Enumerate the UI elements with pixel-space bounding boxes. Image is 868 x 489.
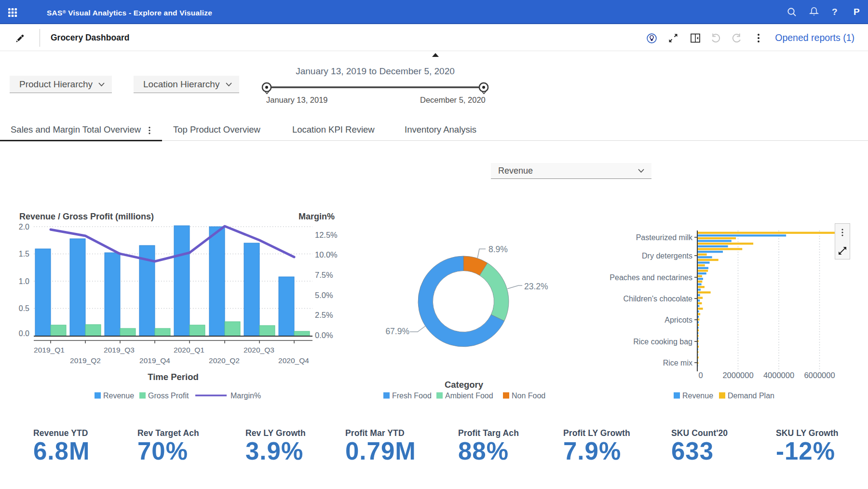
svg-text:10.0%: 10.0%	[315, 250, 338, 259]
svg-text:0: 0	[698, 371, 703, 380]
svg-text:Time Period: Time Period	[148, 372, 199, 382]
svg-text:2.0: 2.0	[19, 223, 29, 231]
svg-text:Peaches and nectarines: Peaches and nectarines	[610, 273, 692, 282]
svg-text:Non Food: Non Food	[512, 392, 545, 400]
svg-text:Rice cooking bag: Rice cooking bag	[633, 338, 692, 346]
svg-text:Rice mix: Rice mix	[663, 359, 692, 367]
svg-text:2020_Q3: 2020_Q3	[244, 346, 274, 354]
svg-text:7.5%: 7.5%	[315, 271, 333, 279]
svg-text:Apricots: Apricots	[665, 316, 692, 324]
svg-text:Margin%: Margin%	[231, 392, 261, 400]
svg-text:12.5%: 12.5%	[315, 231, 338, 239]
svg-text:2019_Q4: 2019_Q4	[139, 356, 170, 365]
svg-text:2020_Q1: 2020_Q1	[174, 346, 204, 354]
svg-text:67.9%: 67.9%	[385, 326, 409, 336]
svg-text:0.0: 0.0	[19, 329, 29, 338]
svg-text:6000000: 6000000	[804, 371, 835, 380]
svg-text:2.5%: 2.5%	[315, 311, 333, 319]
svg-text:Children's chocolate: Children's chocolate	[623, 295, 692, 303]
svg-text:Category: Category	[445, 380, 484, 390]
svg-text:Dry detergents: Dry detergents	[642, 252, 692, 260]
svg-text:2020_Q4: 2020_Q4	[278, 356, 309, 365]
svg-text:Revenue / Gross Profit (millio: Revenue / Gross Profit (millions)	[19, 212, 154, 221]
svg-text:Fresh Food: Fresh Food	[392, 392, 432, 400]
svg-text:Gross Profit: Gross Profit	[148, 392, 189, 400]
svg-text:2019_Q3: 2019_Q3	[104, 346, 135, 354]
svg-text:2019_Q1: 2019_Q1	[34, 346, 65, 354]
svg-text:Margin%: Margin%	[298, 212, 335, 221]
svg-text:Demand Plan: Demand Plan	[728, 392, 774, 400]
svg-text:Revenue: Revenue	[103, 392, 134, 400]
svg-text:Revenue: Revenue	[682, 392, 713, 400]
svg-text:2000000: 2000000	[722, 371, 753, 380]
svg-text:Pasteurized milk: Pasteurized milk	[636, 233, 693, 242]
svg-text:Ambient Food: Ambient Food	[445, 392, 493, 400]
svg-text:23.2%: 23.2%	[524, 282, 548, 291]
svg-text:8.9%: 8.9%	[488, 244, 508, 254]
svg-text:2019_Q2: 2019_Q2	[70, 356, 101, 365]
svg-text:2020_Q2: 2020_Q2	[209, 356, 240, 365]
svg-text:5.0%: 5.0%	[315, 291, 333, 299]
svg-text:0.5: 0.5	[19, 304, 29, 312]
svg-text:1.5: 1.5	[19, 250, 29, 258]
svg-text:0.0%: 0.0%	[315, 331, 333, 340]
svg-text:1.0: 1.0	[19, 277, 29, 285]
svg-text:4000000: 4000000	[763, 371, 794, 380]
